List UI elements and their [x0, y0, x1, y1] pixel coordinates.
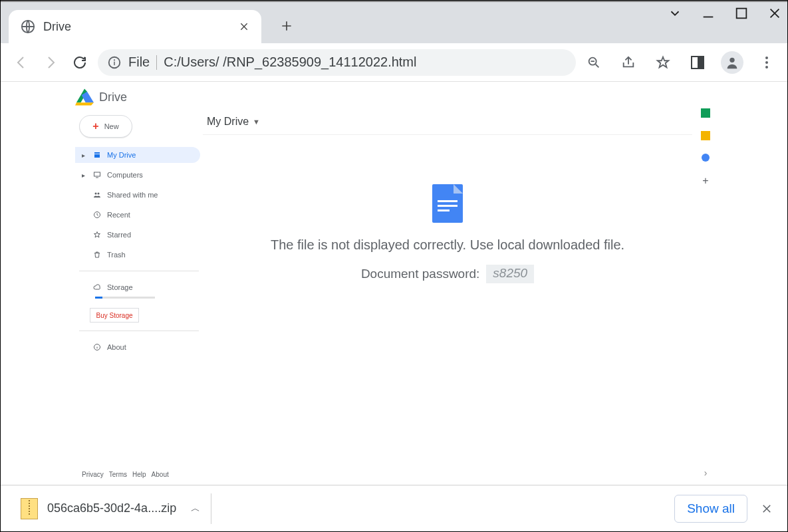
back-button[interactable] [10, 51, 33, 74]
error-message: The file is not displayed correctly. Use… [271, 237, 624, 253]
computers-icon [92, 171, 102, 179]
caret-right-icon: ▸ [82, 152, 87, 159]
svg-rect-1 [737, 9, 747, 19]
svg-rect-7 [94, 172, 100, 176]
starred-icon [92, 231, 102, 239]
window-controls [668, 6, 782, 21]
sidebar-item-label: Starred [107, 231, 131, 239]
site-info-icon[interactable] [107, 55, 122, 70]
collapse-rail-icon[interactable]: › [704, 467, 708, 478]
globe-icon [21, 19, 35, 34]
sidebar-item-label: Recent [107, 211, 130, 219]
svg-point-9 [98, 193, 100, 195]
footer-privacy[interactable]: Privacy [82, 471, 104, 478]
url-path: C:/Users/ /RNP_62385909_14112022.html [164, 55, 416, 70]
chrome-menu-icon[interactable] [755, 51, 778, 74]
browser-toolbar: File C:/Users/ /RNP_62385909_14112022.ht… [1, 43, 787, 82]
password-row: Document password: s8250 [361, 265, 534, 283]
sidebar-item-starred[interactable]: Starred [75, 227, 200, 243]
svg-rect-4 [114, 61, 114, 65]
buy-storage-button[interactable]: Buy Storage [90, 308, 139, 323]
drive-sidebar: + New ▸ My Drive ▸ Computers [75, 108, 203, 485]
sidebar-item-about[interactable]: About [75, 339, 203, 355]
page-viewport: Drive + New ▸ My Drive ▸ [1, 82, 787, 485]
minimize-button[interactable] [701, 6, 716, 21]
sidebar-item-label: Computers [107, 171, 143, 179]
tasks-icon[interactable] [702, 154, 710, 162]
footer-help[interactable]: Help [132, 471, 146, 478]
keep-icon[interactable] [701, 131, 710, 140]
chevron-down-icon: ▼ [253, 118, 260, 126]
trash-icon [92, 251, 102, 259]
address-bar[interactable]: File C:/Users/ /RNP_62385909_14112022.ht… [98, 49, 576, 76]
zip-file-icon [21, 498, 38, 519]
profile-avatar[interactable] [721, 51, 743, 74]
drive-header: Drive [75, 82, 692, 108]
footer-about[interactable]: About [152, 471, 169, 478]
breadcrumb[interactable]: My Drive ▼ [203, 108, 692, 135]
side-panel-rail: + › [692, 82, 719, 485]
caret-right-icon: ▸ [82, 172, 87, 179]
cloud-icon [92, 283, 102, 291]
footer-terms[interactable]: Terms [109, 471, 127, 478]
password-label: Document password: [361, 267, 479, 281]
sidebar-item-computers[interactable]: ▸ Computers [75, 167, 200, 183]
forward-button[interactable] [39, 51, 62, 74]
sidebar-item-my-drive[interactable]: ▸ My Drive [75, 147, 200, 163]
sidebar-item-label: Trash [107, 251, 126, 259]
add-addon-icon[interactable]: + [702, 175, 708, 187]
sidebar-item-label: Shared with me [107, 191, 158, 199]
show-all-downloads-button[interactable]: Show all [674, 495, 747, 523]
new-button-label: New [104, 122, 119, 130]
bookmark-star-icon[interactable] [652, 51, 674, 74]
svg-point-6 [729, 57, 734, 62]
storage-progress [95, 297, 155, 299]
drive-brand-label: Drive [99, 90, 127, 104]
svg-point-8 [95, 193, 97, 195]
tab-title: Drive [43, 20, 231, 34]
url-scheme: File [128, 55, 150, 70]
new-button[interactable]: + New [79, 115, 132, 138]
tab-close-icon[interactable] [239, 21, 249, 32]
sidebar-item-label: My Drive [107, 151, 136, 159]
zoom-icon[interactable] [583, 51, 605, 74]
tab-search-icon[interactable] [668, 6, 682, 21]
download-item[interactable]: 056ca6b5-30d2-4a....zip ︿ [21, 493, 211, 524]
drive-logo-icon [75, 88, 94, 106]
sidebar-item-label: Storage [107, 283, 133, 291]
my-drive-icon [92, 151, 102, 159]
drive-main: My Drive ▼ The file is not displayed cor… [203, 108, 692, 485]
sidebar-item-label: About [107, 343, 126, 351]
share-icon[interactable] [617, 51, 640, 74]
sheets-icon[interactable] [701, 108, 710, 118]
sidebar-item-trash[interactable]: Trash [75, 247, 200, 263]
download-menu-icon[interactable]: ︿ [191, 503, 200, 515]
sidebar-item-shared[interactable]: Shared with me [75, 187, 200, 203]
shared-icon [92, 191, 102, 199]
maximize-button[interactable] [734, 6, 749, 21]
new-tab-button[interactable] [273, 13, 300, 39]
plus-icon: + [92, 120, 98, 132]
reload-button[interactable] [68, 51, 91, 74]
svg-point-3 [114, 59, 115, 61]
browser-tab[interactable]: Drive [9, 10, 261, 43]
side-panel-icon[interactable] [686, 51, 709, 74]
drive-footer-links: Privacy Terms Help About [75, 466, 203, 485]
sidebar-item-storage[interactable]: Storage [75, 279, 203, 295]
download-filename: 056ca6b5-30d2-4a....zip [47, 501, 176, 515]
titlebar: Drive [1, 1, 787, 43]
sidebar-item-recent[interactable]: Recent [75, 207, 200, 223]
download-shelf: 056ca6b5-30d2-4a....zip ︿ Show all [1, 485, 787, 531]
close-download-shelf-icon[interactable] [761, 503, 773, 515]
url-separator [156, 55, 157, 70]
info-icon [92, 343, 102, 351]
google-doc-icon [432, 184, 463, 223]
recent-icon [92, 211, 102, 219]
window-close-button[interactable] [767, 6, 782, 21]
password-value: s8250 [486, 265, 534, 283]
breadcrumb-label: My Drive [207, 116, 249, 128]
